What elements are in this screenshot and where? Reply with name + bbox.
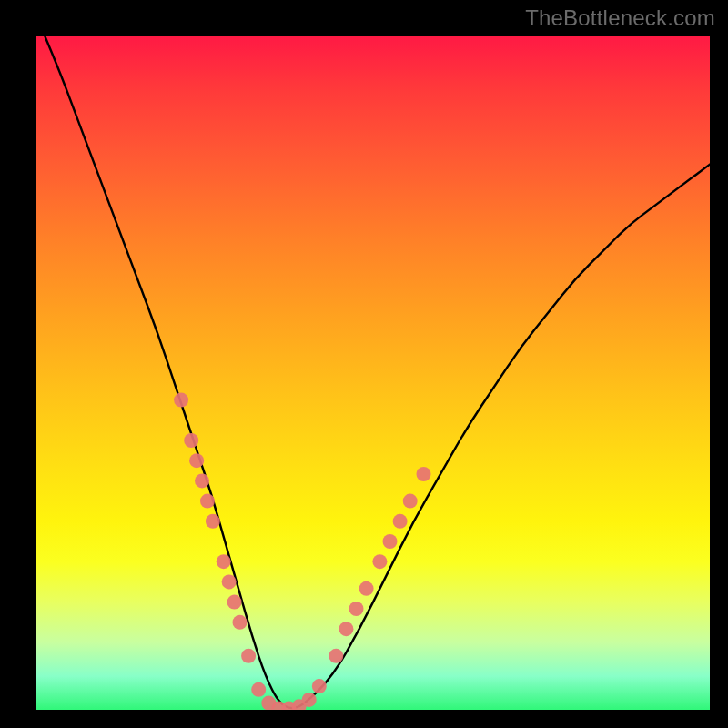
chart-stage: TheBottleneck.com: [0, 0, 728, 728]
curve-marker: [312, 679, 327, 693]
curve-marker: [393, 514, 408, 529]
curve-marker: [195, 473, 209, 488]
curve-marker: [184, 433, 198, 448]
curve-marker: [292, 699, 307, 710]
curve-marker: [251, 682, 266, 697]
curve-marker: [217, 554, 231, 569]
bottleneck-curve: [36, 36, 710, 708]
curve-marker: [282, 702, 297, 710]
curve-marker: [189, 453, 204, 468]
curve-marker: [222, 574, 237, 589]
curve-marker: [228, 595, 242, 610]
curve-marker: [302, 693, 317, 707]
curve-marker: [349, 602, 364, 616]
curve-marker: [372, 554, 387, 569]
chart-svg: [36, 36, 710, 710]
curve-marker: [241, 649, 256, 663]
curve-marker: [417, 467, 431, 481]
curve-marker: [206, 514, 220, 529]
curve-marker: [359, 581, 374, 596]
curve-marker: [261, 696, 276, 710]
curve-marker: [403, 494, 418, 509]
curve-marker: [232, 615, 247, 630]
curve-marker: [383, 534, 398, 549]
curve-layer: [36, 36, 710, 708]
plot-area: [36, 36, 710, 710]
curve-marker: [200, 494, 215, 509]
curve-marker: [271, 702, 286, 710]
curve-marker: [174, 393, 188, 408]
curve-marker: [339, 622, 353, 636]
markers-layer: [174, 393, 430, 710]
curve-marker: [329, 649, 343, 663]
watermark-text: TheBottleneck.com: [525, 5, 715, 31]
